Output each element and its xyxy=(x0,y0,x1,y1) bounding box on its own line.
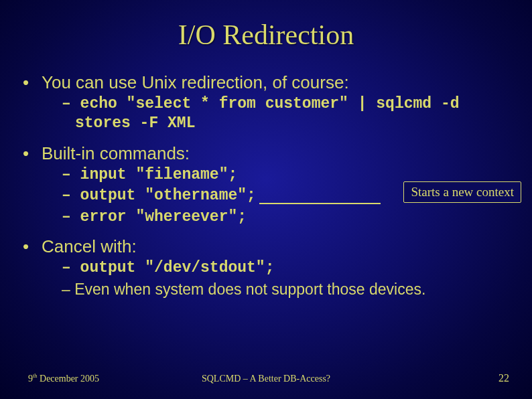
callout-box: Starts a new context xyxy=(403,181,521,203)
bullet-unix: You can use Unix redirection, of course: xyxy=(23,72,509,93)
bullet-unix-example: echo "select * from customer" | sqlcmd -… xyxy=(62,94,509,134)
bullet-cancel: Cancel with: xyxy=(23,236,509,257)
bullet-builtin-error: error "whereever"; xyxy=(62,208,509,227)
slide-title: I/O Redirection xyxy=(0,0,532,51)
slide-body: You can use Unix redirection, of course:… xyxy=(0,51,532,299)
bullet-builtin: Built-in commands: xyxy=(23,143,509,164)
callout-leader-line xyxy=(259,203,381,204)
bullet-cancel-output: output "/dev/stdout"; xyxy=(62,258,509,278)
footer-page-number: 22 xyxy=(498,372,509,384)
bullet-cancel-note: Even when system does not support those … xyxy=(62,280,509,299)
footer-subtitle: SQLCMD – A Better DB-Access? xyxy=(0,374,532,384)
